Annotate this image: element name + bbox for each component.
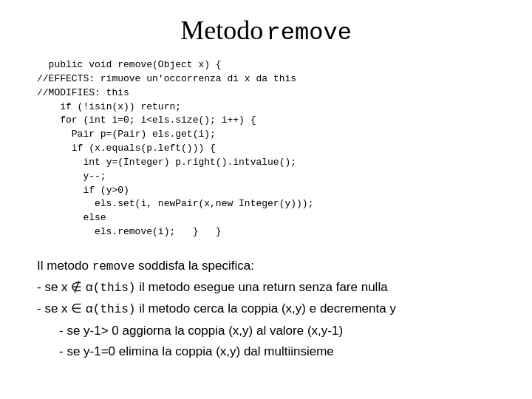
code-line-4: if (!isin(x)) return; bbox=[60, 101, 181, 112]
code-line-5: for (int i=0; i<els.size(); i++) { bbox=[60, 115, 256, 126]
code-line-2: //EFFECTS: rimuove un'occorrenza di x da… bbox=[37, 73, 296, 84]
code-line-9: y--; bbox=[83, 171, 106, 182]
desc-intro-mono: remove bbox=[92, 260, 135, 273]
desc-intro: Il metodo bbox=[37, 259, 92, 273]
desc-line3: - se y-1> 0 aggiorna la coppia (x,y) al … bbox=[59, 324, 343, 338]
code-line-8: int y=(Integer) p.right().intvalue(); bbox=[83, 157, 296, 168]
code-line-6: Pair p=(Pair) els.get(i); bbox=[72, 129, 216, 140]
code-line-7: if (x.equals(p.left())) { bbox=[72, 143, 216, 154]
code-line-10: if (y>0) bbox=[83, 185, 129, 196]
desc-intro-rest: soddisfa la specifica: bbox=[134, 259, 254, 273]
desc-line2: - se x ∈ α(this) il metodo cerca la copp… bbox=[37, 301, 396, 316]
code-block: public void remove(Object x) { //EFFECTS… bbox=[37, 58, 502, 239]
desc-line4: - se y-1=0 elimina la coppia (x,y) dal m… bbox=[59, 344, 334, 358]
code-line-3: //MODIFIES: this bbox=[37, 87, 129, 98]
description-block: Il metodo remove soddisfa la specifica: … bbox=[37, 256, 502, 363]
title-normal: Metodo bbox=[180, 16, 263, 45]
code-line-11: els.set(i, newPair(x,new Integer(y))); bbox=[95, 198, 313, 209]
code-line-13: els.remove(i); } } bbox=[95, 226, 222, 237]
title-mono: remove bbox=[267, 19, 352, 47]
code-line-12: else bbox=[83, 212, 106, 223]
desc-line1: - se x ∉ α(this) il metodo esegue una re… bbox=[37, 280, 388, 294]
code-line-1: public void remove(Object x) { bbox=[49, 59, 222, 70]
page-title: Metodo remove bbox=[30, 15, 502, 47]
